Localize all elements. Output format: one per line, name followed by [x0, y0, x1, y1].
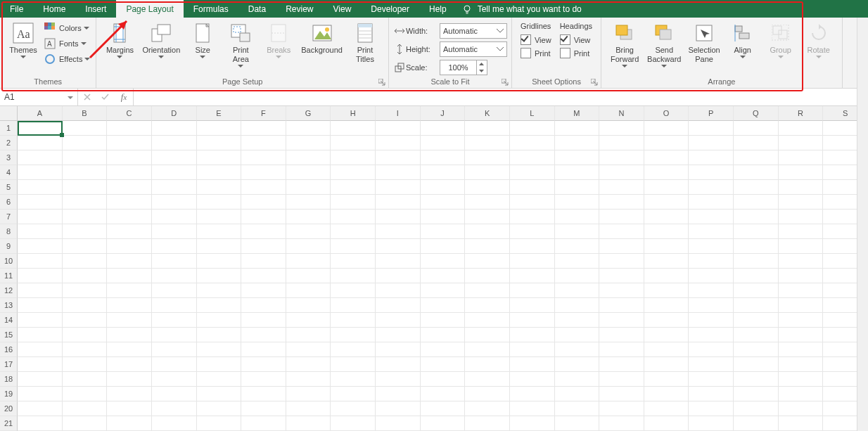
cell[interactable]: [510, 254, 555, 269]
cell[interactable]: [779, 283, 824, 298]
cell[interactable]: [465, 195, 510, 210]
column-header[interactable]: H: [331, 106, 376, 121]
cell[interactable]: [465, 283, 510, 298]
cell[interactable]: [689, 283, 734, 298]
cell[interactable]: [241, 254, 286, 269]
cell[interactable]: [197, 416, 242, 431]
cell[interactable]: [197, 239, 242, 254]
cell[interactable]: [421, 313, 466, 328]
cell[interactable]: [421, 165, 466, 180]
cell[interactable]: [465, 269, 510, 283]
cell[interactable]: [152, 136, 197, 150]
cell[interactable]: [779, 328, 824, 342]
cell[interactable]: [63, 387, 108, 401]
cell[interactable]: [421, 210, 466, 224]
cell[interactable]: [599, 239, 644, 254]
cell[interactable]: [510, 328, 555, 342]
cell[interactable]: [241, 269, 286, 283]
cell[interactable]: [421, 416, 466, 431]
cell[interactable]: [465, 165, 510, 180]
insert-function-button[interactable]: fx: [115, 89, 133, 105]
cell[interactable]: [644, 328, 689, 342]
cell[interactable]: [689, 372, 734, 387]
cell[interactable]: [510, 372, 555, 387]
cell[interactable]: [152, 298, 197, 313]
cell[interactable]: [555, 298, 600, 313]
cell[interactable]: [331, 121, 376, 136]
cell[interactable]: [152, 372, 197, 387]
cell[interactable]: [465, 239, 510, 254]
row-header[interactable]: 9: [0, 239, 18, 254]
cell[interactable]: [644, 401, 689, 416]
cell[interactable]: [734, 357, 779, 372]
cell[interactable]: [555, 224, 600, 239]
cell[interactable]: [331, 342, 376, 357]
cell[interactable]: [465, 150, 510, 165]
cell[interactable]: [107, 328, 152, 342]
cell[interactable]: [421, 180, 466, 195]
cell[interactable]: [555, 165, 600, 180]
cell[interactable]: [152, 387, 197, 401]
cell[interactable]: [107, 298, 152, 313]
cell[interactable]: [779, 239, 824, 254]
cell[interactable]: [152, 313, 197, 328]
cell[interactable]: [286, 357, 331, 372]
cell[interactable]: [734, 210, 779, 224]
cell[interactable]: [644, 210, 689, 224]
cell[interactable]: [555, 416, 600, 431]
cell[interactable]: [421, 224, 466, 239]
cell[interactable]: [286, 224, 331, 239]
cell[interactable]: [376, 357, 421, 372]
cell[interactable]: [510, 150, 555, 165]
formula-input[interactable]: [134, 89, 868, 105]
cell[interactable]: [152, 239, 197, 254]
cell[interactable]: [63, 195, 108, 210]
cell[interactable]: [18, 210, 63, 224]
cell[interactable]: [18, 136, 63, 150]
colors-button[interactable]: Colors: [42, 20, 91, 36]
cell[interactable]: [465, 401, 510, 416]
cell[interactable]: [465, 224, 510, 239]
cell[interactable]: [331, 195, 376, 210]
cell[interactable]: [241, 195, 286, 210]
cell[interactable]: [107, 269, 152, 283]
cell[interactable]: [107, 165, 152, 180]
cell[interactable]: [599, 210, 644, 224]
cell[interactable]: [734, 387, 779, 401]
cell[interactable]: [286, 298, 331, 313]
sheet-options-launcher[interactable]: [591, 79, 598, 86]
cell[interactable]: [421, 298, 466, 313]
cell[interactable]: [421, 195, 466, 210]
cell[interactable]: [555, 150, 600, 165]
select-all-corner[interactable]: [0, 106, 18, 121]
column-header[interactable]: N: [599, 106, 644, 121]
cell[interactable]: [286, 136, 331, 150]
vertical-scrollbar[interactable]: [857, 18, 868, 431]
cell[interactable]: [286, 195, 331, 210]
cell[interactable]: [689, 165, 734, 180]
bring-button[interactable]: Bring Forward: [606, 20, 644, 70]
gridlines-print-checkbox[interactable]: Print: [521, 48, 551, 58]
cell[interactable]: [197, 150, 242, 165]
cell[interactable]: [286, 342, 331, 357]
cell[interactable]: [197, 372, 242, 387]
cell[interactable]: [18, 328, 63, 342]
cell[interactable]: [734, 401, 779, 416]
cell[interactable]: [152, 254, 197, 269]
row-header[interactable]: 2: [0, 136, 18, 150]
cell[interactable]: [241, 401, 286, 416]
cell[interactable]: [107, 136, 152, 150]
cell[interactable]: [376, 372, 421, 387]
cell[interactable]: [421, 283, 466, 298]
row-header[interactable]: 21: [0, 416, 18, 431]
cell[interactable]: [18, 269, 63, 283]
cell[interactable]: [286, 239, 331, 254]
cell[interactable]: [779, 269, 824, 283]
cell[interactable]: [689, 328, 734, 342]
cell[interactable]: [599, 401, 644, 416]
cell[interactable]: [555, 313, 600, 328]
cell[interactable]: [18, 298, 63, 313]
cell[interactable]: [510, 121, 555, 136]
cell[interactable]: [107, 210, 152, 224]
cell[interactable]: [510, 342, 555, 357]
